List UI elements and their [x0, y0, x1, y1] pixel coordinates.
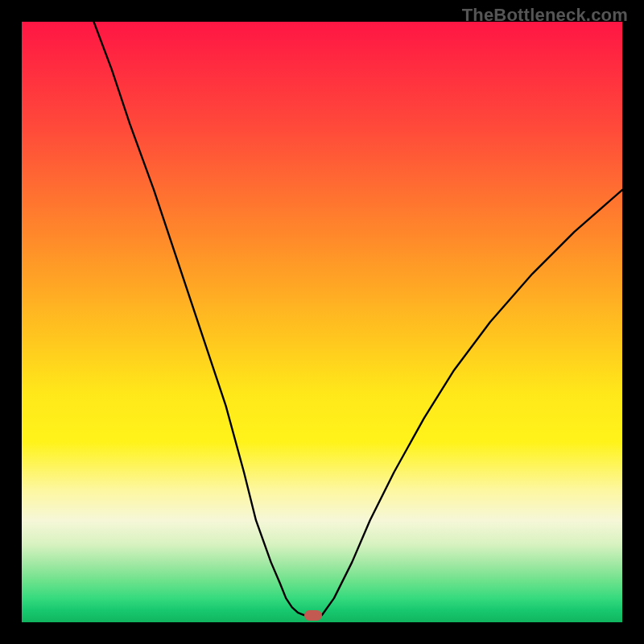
- optimum-marker: [304, 610, 322, 621]
- plot-area: [22, 22, 622, 622]
- bottleneck-curve: [22, 22, 622, 622]
- chart-frame: TheBottleneck.com: [0, 0, 644, 644]
- watermark-text: TheBottleneck.com: [462, 5, 628, 26]
